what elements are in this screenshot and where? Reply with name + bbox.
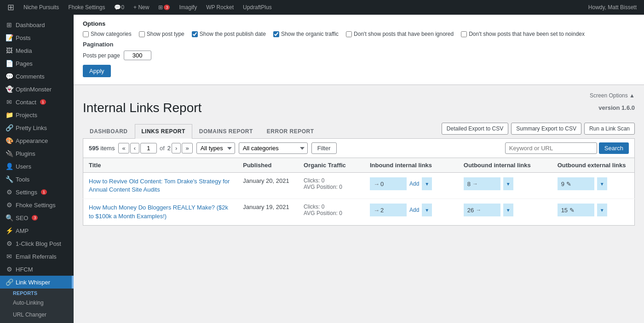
optinmonster-icon: 👻 bbox=[6, 85, 13, 93]
external-bar-1: 9 ✎ bbox=[558, 177, 594, 190]
sidebar-submenu-auto-linking[interactable]: Auto-Linking bbox=[0, 297, 74, 309]
next-page-button[interactable]: › bbox=[172, 143, 181, 153]
detailed-export-button[interactable]: Detailed Export to CSV bbox=[442, 123, 508, 135]
sidebar-item-email-referrals[interactable]: ✉ Email Referrals bbox=[0, 250, 74, 263]
tools-icon: 🔧 bbox=[6, 176, 13, 183]
tab-error-report[interactable]: Error Report bbox=[260, 124, 321, 138]
filter-button[interactable]: Filter bbox=[311, 142, 337, 154]
sidebar-item-dashboard[interactable]: ⊞ Dashboard bbox=[0, 18, 74, 31]
option-show-post-type[interactable]: Show post type bbox=[139, 31, 184, 37]
summary-export-button[interactable]: Summary Export to CSV bbox=[511, 123, 581, 135]
adminbar-wp-plugin[interactable]: ⊞ 3 bbox=[155, 0, 173, 15]
posts-per-page-input[interactable] bbox=[124, 51, 151, 60]
search-box: Search bbox=[505, 142, 629, 154]
outbound-dropdown-2[interactable]: ▼ bbox=[503, 204, 513, 216]
sidebar-item-posts[interactable]: 📝 Posts bbox=[0, 31, 74, 44]
option-dont-show-noindex[interactable]: Don't show posts that have been set to n… bbox=[461, 31, 585, 37]
sidebar-item-link-whisper[interactable]: 🔗 Link Whisper bbox=[0, 276, 74, 289]
cell-outbound-2: 26 → ▼ bbox=[458, 199, 552, 225]
last-page-button[interactable]: » bbox=[182, 143, 192, 153]
pagination-row: Posts per page bbox=[83, 51, 635, 60]
sidebar-item-amp[interactable]: ⚡ AMP bbox=[0, 224, 74, 237]
sidebar-item-projects[interactable]: 📁 Projects bbox=[0, 108, 74, 121]
pagination-section: Pagination Posts per page bbox=[83, 41, 635, 60]
sidebar-item-contact[interactable]: ✉ Contact 1 bbox=[0, 96, 74, 108]
sidebar-submenu-target-keywords[interactable]: Target Keywords bbox=[0, 321, 74, 323]
sidebar-item-plugins[interactable]: 🔌 Plugins bbox=[0, 147, 74, 160]
comment-icon: 💬 bbox=[114, 4, 121, 11]
first-page-button[interactable]: « bbox=[118, 143, 129, 153]
sidebar-item-comments[interactable]: 💬 Comments bbox=[0, 70, 74, 83]
adminbar-updraftplus[interactable]: UpdraftPlus bbox=[239, 0, 276, 15]
post-title-link-2[interactable]: How Much Money Do Bloggers REALLY Make? … bbox=[89, 204, 228, 219]
sidebar-item-seo[interactable]: 🔍 SEO 3 bbox=[0, 211, 74, 224]
show-categories-checkbox[interactable] bbox=[83, 31, 89, 37]
sidebar-item-pretty-links[interactable]: 🔗 Pretty Links bbox=[0, 121, 74, 134]
apply-button[interactable]: Apply bbox=[83, 65, 111, 77]
posts-table: Title Published Organic Traffic Inbound … bbox=[83, 158, 635, 226]
sidebar-item-tools[interactable]: 🔧 Tools bbox=[0, 173, 74, 186]
col-published: Published bbox=[237, 158, 298, 173]
page-header: Internal Links Report version 1.6.0 bbox=[83, 101, 635, 115]
sidebar-item-settings[interactable]: ⚙ Settings 1 bbox=[0, 186, 74, 198]
sidebar-item-pages[interactable]: 📄 Pages bbox=[0, 57, 74, 70]
outbound-bar-2: 26 → bbox=[464, 204, 500, 216]
option-dont-show-ignored[interactable]: Don't show posts that have been ignored bbox=[346, 31, 454, 37]
wp-logo-icon[interactable]: ⊞ bbox=[4, 2, 18, 12]
options-row: Show categories Show post type Show the … bbox=[83, 31, 635, 37]
inbound-count-1: 0 bbox=[380, 181, 384, 187]
tab-links-report[interactable]: Links Report bbox=[135, 124, 192, 139]
sidebar-item-users[interactable]: 👤 Users bbox=[0, 160, 74, 173]
cell-inbound-1: → 0 Add ▼ bbox=[364, 173, 458, 199]
add-link-1[interactable]: Add bbox=[409, 181, 419, 187]
adminbar-user[interactable]: Howdy, Matt Bissett bbox=[585, 0, 640, 15]
version-info: version 1.6.0 bbox=[598, 104, 635, 111]
option-show-publish-date[interactable]: Show the post publish date bbox=[192, 31, 266, 37]
email-referrals-icon: ✉ bbox=[6, 253, 13, 260]
outbound-dropdown-1[interactable]: ▼ bbox=[503, 177, 513, 190]
hfcm-icon: ⚙ bbox=[6, 266, 13, 273]
filter-type-select[interactable]: All types Posts Pages bbox=[196, 142, 235, 154]
adminbar-site-name[interactable]: Niche Pursuits bbox=[20, 0, 63, 15]
sidebar-item-optinmonster[interactable]: 👻 OptinMonster bbox=[0, 83, 74, 96]
show-publish-date-checkbox[interactable] bbox=[192, 31, 198, 37]
inbound-dropdown-2[interactable]: ▼ bbox=[422, 204, 432, 216]
adminbar-wp-rocket[interactable]: WP Rocket bbox=[202, 0, 237, 15]
settings-icon: ⚙ bbox=[6, 188, 13, 196]
adminbar-imagify[interactable]: Imagify bbox=[175, 0, 201, 15]
tab-domains-report[interactable]: Domains Report bbox=[192, 124, 260, 138]
option-show-categories[interactable]: Show categories bbox=[83, 31, 132, 37]
add-link-2[interactable]: Add bbox=[409, 207, 419, 213]
sidebar-submenu-url-changer[interactable]: URL Changer bbox=[0, 309, 74, 321]
option-show-organic-traffic[interactable]: Show the organic traffic bbox=[273, 31, 339, 37]
posts-per-page-label: Posts per page bbox=[83, 52, 120, 59]
adminbar-fhoke-settings[interactable]: Fhoke Settings bbox=[64, 0, 109, 15]
show-post-type-checkbox[interactable] bbox=[139, 31, 145, 37]
adminbar-new[interactable]: + New bbox=[130, 0, 153, 15]
sidebar-item-media[interactable]: 🖼 Media bbox=[0, 44, 74, 57]
inbound-dropdown-1[interactable]: ▼ bbox=[422, 177, 432, 190]
sidebar-item-appearance[interactable]: 🎨 Appearance bbox=[0, 134, 74, 147]
dont-show-ignored-checkbox[interactable] bbox=[346, 31, 352, 37]
nav-tabs: Dashboard Links Report Domains Report Er… bbox=[83, 124, 321, 138]
adminbar-comments[interactable]: 💬 0 bbox=[110, 0, 128, 15]
sidebar-item-fhoke-settings[interactable]: ⚙ Fhoke Settings bbox=[0, 198, 74, 211]
cell-published-2: January 19, 2021 bbox=[237, 199, 298, 225]
tab-dashboard[interactable]: Dashboard bbox=[83, 124, 135, 138]
external-dropdown-1[interactable]: ▼ bbox=[597, 177, 607, 190]
search-input[interactable] bbox=[505, 142, 597, 154]
prev-page-button[interactable]: ‹ bbox=[130, 143, 139, 153]
search-button[interactable]: Search bbox=[599, 142, 629, 154]
current-page-input[interactable] bbox=[140, 143, 157, 153]
filter-category-select[interactable]: All categories bbox=[239, 142, 308, 154]
dont-show-noindex-checkbox[interactable] bbox=[461, 31, 467, 37]
external-dropdown-2[interactable]: ▼ bbox=[597, 204, 607, 216]
screen-options-button[interactable]: Screen Options ▲ bbox=[590, 92, 635, 99]
post-title-link-1[interactable]: How to Revive Old Content: Tom Drake's S… bbox=[89, 178, 230, 193]
col-outbound-external: Outbound external links bbox=[552, 158, 635, 173]
run-link-scan-button[interactable]: Run a Link Scan bbox=[584, 123, 635, 135]
projects-icon: 📁 bbox=[6, 111, 13, 119]
sidebar-item-hfcm[interactable]: ⚙ HFCM bbox=[0, 263, 74, 276]
sidebar-item-1click-blog[interactable]: ⚙ 1-Click Blog Post bbox=[0, 237, 74, 250]
show-organic-traffic-checkbox[interactable] bbox=[273, 31, 279, 37]
